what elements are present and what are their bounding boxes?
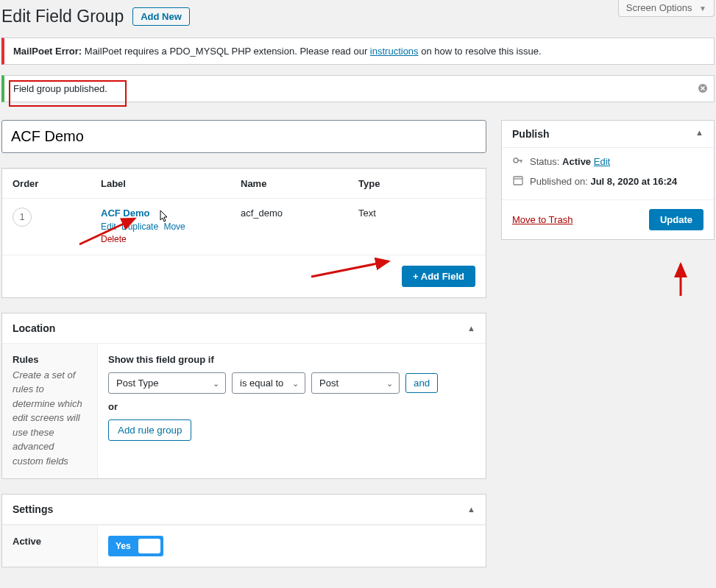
published-date: Jul 8, 2020 at 16:24 (590, 176, 677, 187)
col-head-order: Order (13, 178, 101, 189)
collapse-icon: ▲ (695, 128, 703, 140)
dismiss-notice-icon[interactable] (698, 83, 708, 96)
screen-options-label: Screen Options (626, 2, 692, 13)
svg-line-1 (311, 261, 389, 277)
show-if-label: Show this field group if (108, 354, 475, 365)
move-to-trash-link[interactable]: Move to Trash (512, 214, 573, 225)
published-notice: Field group published. (1, 75, 715, 102)
collapse-icon: ▲ (467, 324, 475, 333)
screen-options-button[interactable]: Screen Options ▼ (618, 0, 715, 17)
rules-desc: Create a set of rules to determine which… (13, 368, 87, 469)
field-group-title-input[interactable] (1, 120, 486, 153)
edit-status-link[interactable]: Edit (594, 156, 610, 167)
mailpoet-error-notice: MailPoet Error: MailPoet requires a PDO_… (1, 38, 715, 65)
add-and-button[interactable]: and (405, 373, 438, 393)
field-delete-link[interactable]: Delete (101, 234, 127, 244)
svg-rect-6 (514, 177, 522, 185)
rules-label: Rules (13, 354, 87, 365)
status-label: Status: (530, 156, 562, 167)
settings-postbox: Settings ▲ Active Yes (1, 494, 486, 567)
published-notice-text: Field group published. (13, 83, 107, 94)
col-head-name: Name (241, 178, 358, 189)
add-field-button[interactable]: + Add Field (402, 266, 475, 287)
fields-postbox: Order Label Name Type 1 ACF Demo Edit Du… (1, 168, 486, 298)
chevron-down-icon: ⌄ (292, 379, 299, 389)
mailpoet-error-prefix: MailPoet Error: (13, 46, 82, 57)
or-label: or (108, 401, 475, 412)
field-row[interactable]: 1 ACF Demo Edit Duplicate Move Delete ac… (2, 198, 486, 255)
page-title: Edit Field Group (1, 7, 124, 26)
active-label: Active (2, 525, 98, 567)
published-label: Published on: (530, 176, 590, 187)
publish-postbox: Publish ▲ Status: Active Edit (501, 120, 715, 240)
mailpoet-error-before: MailPoet requires a PDO_MYSQL PHP extens… (85, 46, 370, 57)
mailpoet-error-after: on how to resolve this issue. (421, 46, 541, 57)
update-button[interactable]: Update (649, 209, 703, 230)
active-toggle[interactable]: Yes (108, 536, 163, 556)
col-head-type: Type (358, 178, 475, 189)
rule-operator-select[interactable]: is equal to⌄ (232, 372, 305, 394)
rule-param-select[interactable]: Post Type⌄ (108, 372, 226, 394)
location-heading[interactable]: Location ▲ (2, 314, 486, 344)
field-edit-link[interactable]: Edit (101, 222, 116, 232)
svg-point-3 (514, 158, 518, 163)
field-order-number: 1 (13, 208, 32, 227)
field-name-text: acf_demo (241, 208, 358, 219)
chevron-down-icon: ⌄ (213, 379, 219, 389)
add-rule-group-button[interactable]: Add rule group (108, 419, 191, 441)
mailpoet-instructions-link[interactable]: instructions (370, 46, 419, 57)
publish-heading[interactable]: Publish ▲ (502, 121, 714, 148)
calendar-icon (512, 175, 524, 188)
chevron-down-icon: ▼ (699, 4, 706, 13)
active-value: Yes (116, 541, 131, 551)
collapse-icon: ▲ (467, 505, 475, 514)
status-value: Active (562, 156, 591, 167)
settings-heading[interactable]: Settings ▲ (2, 495, 486, 525)
rule-value-select[interactable]: Post⌄ (311, 372, 400, 394)
field-type-text: Text (358, 208, 475, 219)
field-duplicate-link[interactable]: Duplicate (121, 222, 158, 232)
field-label-link[interactable]: ACF Demo (101, 208, 241, 219)
key-icon (512, 155, 524, 168)
add-new-button[interactable]: Add New (132, 7, 190, 26)
location-postbox: Location ▲ Rules Create a set of rules t… (1, 313, 486, 480)
field-move-link[interactable]: Move (163, 222, 185, 232)
chevron-down-icon: ⌄ (386, 379, 393, 389)
col-head-label: Label (101, 178, 241, 189)
